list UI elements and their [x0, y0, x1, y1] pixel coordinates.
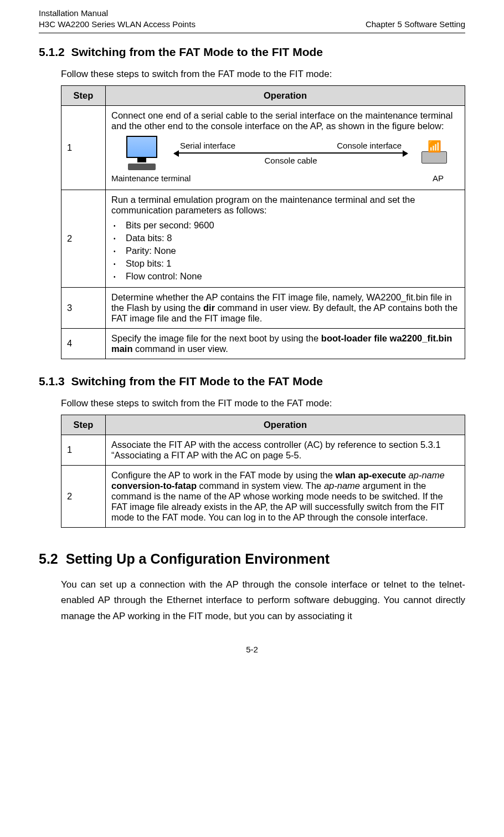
header-right: Chapter 5 Software Setting: [366, 19, 465, 30]
steps-table-2: Step Operation 1 Associate the FIT AP wi…: [61, 415, 465, 528]
cell-step-no: 4: [61, 328, 106, 359]
table-row: 4 Specify the image file for the next bo…: [61, 328, 465, 359]
cell-step-no: 2: [61, 465, 106, 527]
ap-icon: 📶: [409, 142, 459, 164]
list-item: Data bits: 8: [111, 232, 459, 244]
th-operation: Operation: [106, 85, 465, 105]
table-row: 2 Configure the AP to work in the FAT mo…: [61, 465, 465, 527]
op-text: Connect one end of a serial cable to the…: [111, 110, 459, 131]
th-step: Step: [61, 415, 106, 435]
heading-title: Switching from the FIT Mode to the FAT M…: [71, 375, 323, 387]
cable-diagram: Serial interface Console interface Conso…: [172, 141, 409, 165]
intro-5-1-2: Follow these steps to switch from the FA…: [61, 69, 465, 80]
steps-table-1: Step Operation 1 Connect one end of a se…: [61, 85, 465, 359]
header-rule: [39, 33, 465, 33]
cell-step-no: 1: [61, 105, 106, 190]
cmd-dir: dir: [203, 303, 215, 313]
arg-ap-name: ap-name: [409, 470, 445, 480]
op-seg: command in system view. The: [197, 481, 324, 491]
serial-interface-label: Serial interface: [180, 141, 235, 150]
arg-ap-name: ap-name: [324, 481, 360, 491]
op-seg: Configure the AP to work in the FAT mode…: [111, 470, 335, 480]
console-cable-label: Console cable: [172, 156, 409, 165]
list-item: Parity: None: [111, 244, 459, 257]
heading-number: 5.2: [39, 551, 58, 566]
table-row: 3 Determine whether the AP contains the …: [61, 287, 465, 328]
cell-step-no: 2: [61, 190, 106, 287]
table-header-row: Step Operation: [61, 85, 465, 105]
th-step: Step: [61, 85, 106, 105]
maintenance-terminal-icon: [111, 136, 172, 170]
cell-operation: Associate the FIT AP with the access con…: [106, 435, 465, 465]
heading-title: Switching from the FAT Mode to the FIT M…: [71, 45, 323, 58]
heading-title: Setting Up a Configuration Environment: [66, 551, 330, 566]
op-text-pre: Specify the image file for the next boot…: [111, 333, 321, 343]
cell-operation: Determine whether the AP contains the FI…: [106, 287, 465, 328]
th-operation: Operation: [106, 415, 465, 435]
ap-caption: AP: [433, 173, 458, 183]
cell-operation: Run a terminal emulation program on the …: [106, 190, 465, 287]
heading-number: 5.1.2: [39, 45, 65, 58]
op-text-post: command in user view.: [133, 344, 228, 354]
header-left-line1: Installation Manual: [39, 8, 196, 19]
list-item: Stop bits: 1: [111, 257, 459, 270]
table-row: 2 Run a terminal emulation program on th…: [61, 190, 465, 287]
table-header-row: Step Operation: [61, 415, 465, 435]
op-text: Run a terminal emulation program on the …: [111, 195, 459, 216]
cell-operation: Specify the image file for the next boot…: [106, 328, 465, 359]
wifi-waves-icon: 📶: [409, 142, 459, 150]
cell-operation: Configure the AP to work in the FAT mode…: [106, 465, 465, 527]
cell-step-no: 1: [61, 435, 106, 465]
list-item: Flow control: None: [111, 270, 459, 283]
page-number: 5-2: [39, 645, 465, 654]
console-interface-label: Console interface: [337, 141, 402, 150]
header-left: Installation Manual H3C WA2200 Series WL…: [39, 8, 196, 30]
connection-diagram: Serial interface Console interface Conso…: [111, 136, 459, 183]
heading-number: 5.1.3: [39, 375, 65, 387]
terminal-caption: Maintenance terminal: [111, 173, 191, 183]
heading-5-1-3: 5.1.3 Switching from the FIT Mode to the…: [39, 375, 465, 388]
document-page: Installation Manual H3C WA2200 Series WL…: [0, 0, 504, 671]
heading-5-2: 5.2 Setting Up a Configuration Environme…: [39, 551, 465, 567]
heading-5-1-2: 5.1.2 Switching from the FAT Mode to the…: [39, 45, 465, 59]
cmd-conversion-to-fatap: conversion-to-fatap: [111, 481, 197, 491]
intro-5-1-3: Follow these steps to switch from the FI…: [61, 398, 465, 409]
section-5-2-paragraph: You can set up a connection with the AP …: [61, 577, 465, 625]
cell-step-no: 3: [61, 287, 106, 328]
cmd-wlan-ap-execute: wlan ap-execute: [335, 470, 405, 480]
page-header: Installation Manual H3C WA2200 Series WL…: [39, 8, 465, 30]
comm-params-list: Bits per second: 9600 Data bits: 8 Parit…: [111, 219, 459, 283]
table-row: 1 Connect one end of a serial cable to t…: [61, 105, 465, 190]
header-left-line2: H3C WA2200 Series WLAN Access Points: [39, 19, 196, 30]
table-row: 1 Associate the FIT AP with the access c…: [61, 435, 465, 465]
cell-operation: Connect one end of a serial cable to the…: [106, 105, 465, 190]
list-item: Bits per second: 9600: [111, 219, 459, 232]
cable-line-icon: [174, 152, 407, 154]
